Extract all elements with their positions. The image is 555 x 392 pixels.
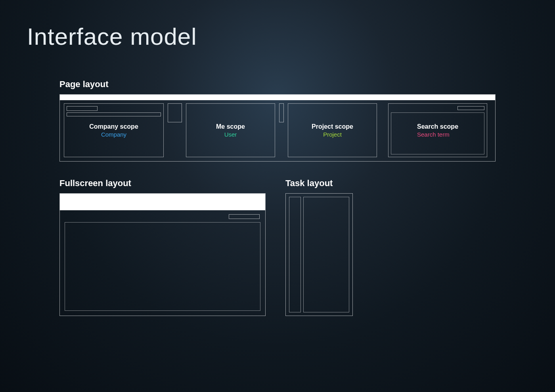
project-scope-title: Project scope (312, 123, 353, 130)
search-scope-subtitle: Search term (417, 131, 458, 138)
page-layout-topbar (60, 95, 495, 100)
vertical-chip (279, 103, 284, 122)
company-chip-small (67, 106, 98, 111)
side-panel (168, 103, 182, 122)
task-col-narrow (289, 197, 301, 312)
page-layout-frame: Company scope Company Me scope User Proj… (59, 94, 496, 162)
page-layout-heading: Page layout (59, 79, 496, 89)
search-scope-title: Search scope (417, 123, 458, 130)
project-scope-card: Project scope Project (288, 103, 377, 157)
company-scope-subtitle: Company (101, 131, 126, 138)
me-scope-title: Me scope (216, 123, 245, 130)
company-scope-card: Company scope Company (64, 103, 164, 157)
fullscreen-layout-heading: Fullscreen layout (59, 178, 266, 188)
fullscreen-inner (65, 222, 260, 311)
company-chip-band (67, 112, 161, 116)
task-layout-heading: Task layout (285, 178, 353, 188)
me-scope-subtitle: User (224, 131, 237, 138)
project-scope-subtitle: Project (323, 131, 342, 138)
search-scope-card: Search scope Search term (388, 103, 487, 157)
page-title: Interface model (27, 23, 197, 50)
page-layout-body: Company scope Company Me scope User Proj… (60, 100, 495, 161)
fullscreen-chip (229, 214, 260, 219)
search-chip-top (457, 106, 484, 110)
task-layout-section: Task layout (285, 178, 353, 316)
company-scope-title: Company scope (89, 123, 138, 130)
task-col-wide (303, 197, 349, 312)
fullscreen-body (60, 210, 265, 316)
fullscreen-layout-section: Fullscreen layout (59, 178, 266, 316)
fullscreen-frame (59, 193, 266, 316)
fullscreen-topbar (60, 194, 265, 210)
page-layout-section: Page layout Company scope Company Me sco… (59, 79, 496, 162)
me-scope-card: Me scope User (186, 103, 275, 157)
task-frame (285, 193, 353, 316)
